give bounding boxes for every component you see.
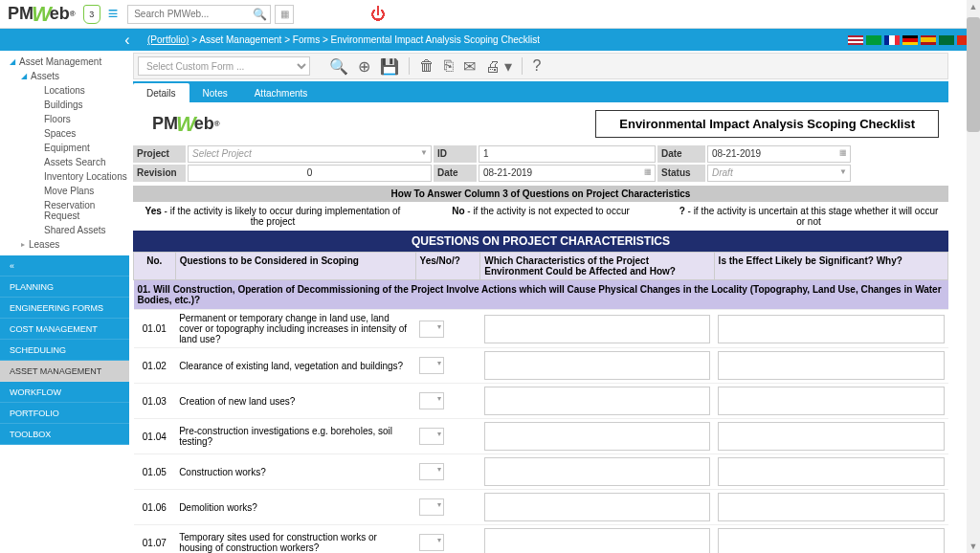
col-yesno: Yes/No/? [415,253,480,280]
search-tool-icon[interactable]: 🔍 [329,57,348,76]
tree-item[interactable]: Assets Search [0,155,129,169]
effect-textarea[interactable] [718,387,944,415]
power-icon[interactable]: ⏻ [370,6,386,23]
help-icon[interactable]: ? [532,57,541,75]
q-text: Demolition works? [175,490,415,525]
save-icon[interactable]: 💾 [380,57,399,76]
nav-cost-management[interactable]: COST MANAGEMENT [0,319,129,340]
search-icon[interactable]: 🔍 [253,8,267,21]
yesno-select[interactable] [419,357,444,374]
tree-item[interactable]: Locations [0,83,129,98]
tab-notes[interactable]: Notes [189,83,241,102]
effect-textarea[interactable] [718,493,944,521]
tree-item[interactable]: Shared Assets [0,223,129,237]
nav-scheduling[interactable]: SCHEDULING [0,340,129,361]
q-no: 01.06 [134,490,176,525]
q-text: Construction works? [175,454,415,490]
effect-textarea[interactable] [718,422,944,451]
howto-no: No - if the activity is not expected to … [407,206,675,227]
yesno-select[interactable] [419,392,444,409]
nav-collapse-button[interactable]: « [0,255,129,276]
yesno-select[interactable] [419,321,444,338]
yesno-select[interactable] [419,428,444,445]
print-icon[interactable]: 🖨 ▾ [485,57,512,76]
yesno-select[interactable] [419,534,444,551]
menu-icon[interactable]: ≡ [108,4,119,24]
flag-sa[interactable] [939,35,954,45]
tree-assets[interactable]: ◢Assets [0,69,129,83]
scrollbar[interactable]: ▲ ▼ [967,0,980,553]
tree-item[interactable]: Reservation Request [0,198,129,223]
howto-maybe: ? - if the activity is uncertain at this… [675,206,943,227]
custom-form-select[interactable]: Select Custom Form ... [138,56,310,76]
delete-icon[interactable]: 🗑 [419,57,434,75]
project-label: Project [133,145,186,163]
breadcrumb-portfolio[interactable]: (Portfolio) [147,34,189,45]
characteristics-textarea[interactable] [484,315,710,343]
breadcrumb: ‹ (Portfolio) > Asset Management > Forms… [0,29,980,51]
top-bar: PMWeb® 3 ≡ 🔍 ▦ ⏻ [0,0,980,29]
scroll-down-icon[interactable]: ▼ [967,540,980,553]
howto-yes: Yes - if the activity is likely to occur… [139,206,407,227]
shield-badge[interactable]: 3 [83,5,100,24]
mail-icon[interactable]: ✉ [463,57,476,76]
yesno-select[interactable] [419,498,444,516]
revision-input[interactable]: 0 [188,165,432,182]
characteristics-textarea[interactable] [484,528,710,553]
form-toolbar: Select Custom Form ... 🔍 ⊕ 💾 🗑 ⎘ ✉ 🖨 ▾ ? [133,53,948,79]
breadcrumb-back-icon[interactable]: ‹ [120,29,135,51]
characteristics-textarea[interactable] [484,457,710,486]
nav-workflow[interactable]: WORKFLOW [0,382,129,403]
tree-item[interactable]: Buildings [0,98,129,112]
nav-portfolio[interactable]: PORTFOLIO [0,403,129,424]
characteristics-textarea[interactable] [484,493,710,521]
characteristics-textarea[interactable] [484,351,710,380]
tree-leases[interactable]: ▸Leases [0,237,129,252]
yesno-select[interactable] [419,463,444,480]
id-input[interactable]: 1 [479,145,656,163]
table-row: 01.06Demolition works? [134,490,948,525]
effect-textarea[interactable] [718,457,944,486]
effect-textarea[interactable] [718,528,944,553]
tree-item[interactable]: Equipment [0,141,129,155]
search-box: 🔍 [127,5,271,24]
date-input-2[interactable]: 08-21-2019▦ [479,165,656,182]
project-input[interactable]: Select Project▼ [188,145,432,163]
tree-root[interactable]: ◢Asset Management [0,55,129,69]
tree-item[interactable]: Inventory Locations [0,169,129,184]
table-row: 01.03Creation of new land uses? [134,384,948,419]
table-row: 01.05Construction works? [134,454,948,490]
flag-de[interactable] [902,35,918,45]
characteristics-textarea[interactable] [484,422,710,451]
date-input[interactable]: 08-21-2019▦ [707,145,851,163]
status-label: Status [657,165,705,182]
scroll-up-icon[interactable]: ▲ [967,0,980,13]
nav-asset-management[interactable]: ASSET MANAGEMENT [0,361,129,382]
search-input[interactable] [127,5,271,24]
clipboard-icon[interactable]: ⎘ [444,57,454,75]
flag-fr[interactable] [884,35,900,45]
effect-textarea[interactable] [718,315,944,343]
add-icon[interactable]: ⊕ [358,57,370,76]
howto-header: How To Answer Column 3 of Questions on P… [133,186,948,202]
nav-planning[interactable]: PLANNING [0,276,129,298]
q-text: Clearance of existing land, vegetation a… [175,348,415,384]
effect-textarea[interactable] [718,351,944,380]
status-input[interactable]: Draft▼ [707,165,851,182]
tree-item[interactable]: Spaces [0,126,129,141]
flag-es[interactable] [921,35,936,45]
flag-us[interactable] [848,35,863,45]
chevron-down-icon: ▼ [420,148,428,157]
q-no: 01.05 [134,454,176,490]
characteristics-textarea[interactable] [484,387,710,415]
nav-toolbox[interactable]: TOOLBOX [0,424,129,445]
tree-item[interactable]: Floors [0,112,129,126]
table-row: 01.04Pre-construction investigations e.g… [134,419,948,454]
tree-item[interactable]: Move Plans [0,184,129,198]
calendar-button[interactable]: ▦ [275,5,294,24]
flag-br[interactable] [866,35,881,45]
tab-attachments[interactable]: Attachments [241,83,322,102]
tab-details[interactable]: Details [133,83,189,102]
nav-engineering-forms[interactable]: ENGINEERING FORMS [0,298,129,319]
scroll-thumb[interactable] [967,17,980,132]
